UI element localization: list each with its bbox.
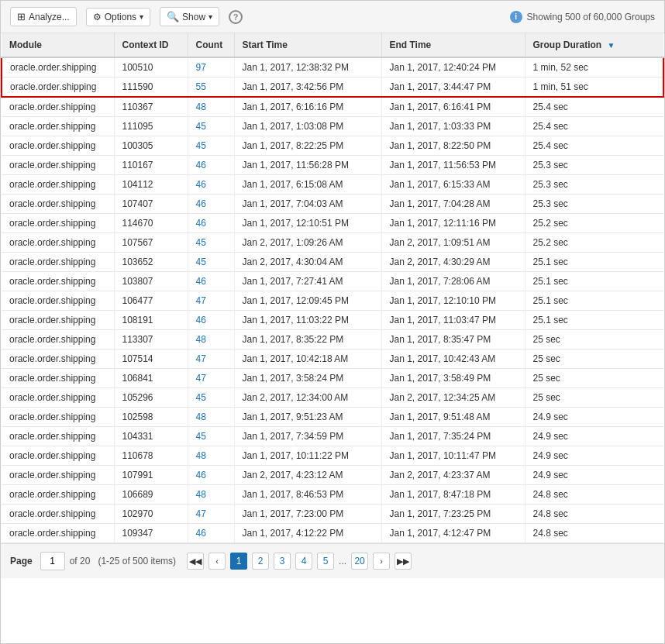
page-num-5[interactable]: 5 bbox=[317, 553, 334, 570]
analyze-button[interactable]: ⊞ Analyze... bbox=[10, 7, 77, 26]
cell-context-id: 111095 bbox=[114, 117, 188, 136]
column-header-start-time[interactable]: Start Time bbox=[234, 33, 381, 57]
cell-group-duration: 25.1 sec bbox=[525, 311, 663, 330]
cell-context-id: 110678 bbox=[114, 446, 188, 466]
cell-group-duration: 24.9 sec bbox=[525, 446, 663, 466]
count-link[interactable]: 46 bbox=[196, 470, 206, 480]
count-link[interactable]: 46 bbox=[196, 528, 206, 539]
page-input[interactable] bbox=[40, 552, 65, 570]
column-header-count[interactable]: Count bbox=[188, 33, 234, 57]
column-header-end-time[interactable]: End Time bbox=[381, 33, 525, 57]
show-button[interactable]: 🔍 Show ▾ bbox=[160, 7, 219, 26]
next-page-button[interactable]: › bbox=[373, 553, 390, 570]
count-link[interactable]: 46 bbox=[196, 218, 206, 229]
cell-module: oracle.order.shipping bbox=[2, 408, 114, 427]
cell-count[interactable]: 55 bbox=[188, 77, 234, 98]
page-num-2[interactable]: 2 bbox=[252, 553, 269, 570]
options-button[interactable]: ⚙ Options ▾ bbox=[86, 8, 150, 26]
count-link[interactable]: 46 bbox=[196, 160, 206, 170]
count-link[interactable]: 45 bbox=[196, 431, 206, 442]
cell-context-id: 107567 bbox=[114, 233, 188, 253]
column-header-context-id[interactable]: Context ID bbox=[114, 33, 188, 57]
cell-context-id: 113307 bbox=[114, 330, 188, 350]
show-label: Show bbox=[182, 12, 205, 22]
cell-count[interactable]: 45 bbox=[188, 233, 234, 253]
count-link[interactable]: 48 bbox=[196, 489, 206, 500]
cell-count[interactable]: 47 bbox=[188, 505, 234, 524]
cell-group-duration: 25.3 sec bbox=[525, 175, 663, 195]
cell-module: oracle.order.shipping bbox=[2, 233, 114, 253]
cell-start-time: Jan 1, 2017, 3:42:56 PM bbox=[234, 77, 381, 98]
help-icon[interactable]: ? bbox=[229, 10, 243, 24]
cell-count[interactable]: 45 bbox=[188, 136, 234, 156]
cell-module: oracle.order.shipping bbox=[2, 524, 114, 543]
column-header-group-duration[interactable]: Group Duration ▼ bbox=[525, 33, 663, 57]
cell-end-time: Jan 2, 2017, 4:23:37 AM bbox=[381, 466, 525, 485]
cell-start-time: Jan 1, 2017, 12:09:45 PM bbox=[234, 291, 381, 311]
cell-start-time: Jan 1, 2017, 12:10:51 PM bbox=[234, 214, 381, 233]
page-num-20[interactable]: 20 bbox=[351, 553, 368, 570]
count-link[interactable]: 45 bbox=[196, 392, 206, 403]
count-link[interactable]: 55 bbox=[196, 81, 206, 92]
table-header-row: Module Context ID Count Start Time End T… bbox=[2, 33, 663, 57]
table-row: oracle.order.shipping10380746Jan 1, 2017… bbox=[2, 272, 663, 291]
count-link[interactable]: 97 bbox=[196, 62, 206, 73]
cell-count[interactable]: 46 bbox=[188, 214, 234, 233]
count-link[interactable]: 47 bbox=[196, 373, 206, 384]
count-link[interactable]: 46 bbox=[196, 198, 206, 209]
column-header-module[interactable]: Module bbox=[2, 33, 114, 57]
cell-end-time: Jan 2, 2017, 4:30:29 AM bbox=[381, 253, 525, 272]
count-link[interactable]: 46 bbox=[196, 276, 206, 287]
count-link[interactable]: 45 bbox=[196, 140, 206, 151]
cell-count[interactable]: 47 bbox=[188, 291, 234, 311]
table-row: oracle.order.shipping10756745Jan 2, 2017… bbox=[2, 233, 663, 253]
cell-count[interactable]: 46 bbox=[188, 311, 234, 330]
cell-count[interactable]: 45 bbox=[188, 388, 234, 408]
count-link[interactable]: 48 bbox=[196, 334, 206, 345]
cell-count[interactable]: 48 bbox=[188, 408, 234, 427]
page-num-4[interactable]: 4 bbox=[295, 553, 312, 570]
cell-count[interactable]: 46 bbox=[188, 156, 234, 175]
cell-end-time: Jan 1, 2017, 3:44:47 PM bbox=[381, 77, 525, 98]
cell-count[interactable]: 46 bbox=[188, 466, 234, 485]
cell-context-id: 109347 bbox=[114, 524, 188, 543]
prev-page-button[interactable]: ‹ bbox=[208, 553, 226, 570]
cell-context-id: 107407 bbox=[114, 195, 188, 214]
page-num-1[interactable]: 1 bbox=[230, 553, 247, 570]
last-page-button[interactable]: ▶▶ bbox=[395, 553, 412, 570]
count-link[interactable]: 47 bbox=[196, 295, 206, 306]
cell-count[interactable]: 47 bbox=[188, 350, 234, 369]
count-link[interactable]: 45 bbox=[196, 237, 206, 248]
cell-context-id: 100510 bbox=[114, 57, 188, 77]
cell-count[interactable]: 46 bbox=[188, 272, 234, 291]
cell-count[interactable]: 45 bbox=[188, 427, 234, 446]
count-link[interactable]: 46 bbox=[196, 179, 206, 190]
count-link[interactable]: 48 bbox=[196, 450, 206, 461]
cell-count[interactable]: 46 bbox=[188, 195, 234, 214]
cell-count[interactable]: 97 bbox=[188, 57, 234, 77]
page-num-3[interactable]: 3 bbox=[274, 553, 291, 570]
cell-count[interactable]: 48 bbox=[188, 446, 234, 466]
count-link[interactable]: 48 bbox=[196, 102, 206, 112]
count-link[interactable]: 45 bbox=[196, 257, 206, 267]
cell-count[interactable]: 48 bbox=[188, 485, 234, 505]
count-link[interactable]: 46 bbox=[196, 315, 206, 325]
count-link[interactable]: 48 bbox=[196, 412, 206, 422]
table-row: oracle.order.shipping11016746Jan 1, 2017… bbox=[2, 156, 663, 175]
first-page-button[interactable]: ◀◀ bbox=[187, 553, 204, 570]
cell-count[interactable]: 48 bbox=[188, 330, 234, 350]
cell-group-duration: 25 sec bbox=[525, 388, 663, 408]
count-link[interactable]: 47 bbox=[196, 353, 206, 364]
table-row: oracle.order.shipping10819146Jan 1, 2017… bbox=[2, 311, 663, 330]
cell-count[interactable]: 45 bbox=[188, 253, 234, 272]
cell-count[interactable]: 46 bbox=[188, 524, 234, 543]
cell-count[interactable]: 45 bbox=[188, 117, 234, 136]
cell-start-time: Jan 1, 2017, 12:38:32 PM bbox=[234, 57, 381, 77]
cell-module: oracle.order.shipping bbox=[2, 446, 114, 466]
cell-group-duration: 25.3 sec bbox=[525, 195, 663, 214]
count-link[interactable]: 45 bbox=[196, 121, 206, 132]
cell-count[interactable]: 47 bbox=[188, 369, 234, 388]
count-link[interactable]: 47 bbox=[196, 508, 206, 519]
cell-count[interactable]: 46 bbox=[188, 175, 234, 195]
cell-count[interactable]: 48 bbox=[188, 97, 234, 117]
